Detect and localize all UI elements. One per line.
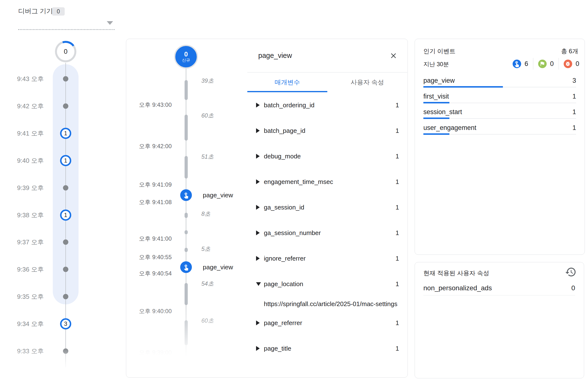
- engagement-segment: [185, 115, 188, 141]
- event-count: 3: [572, 77, 576, 84]
- flag-icon-circle: [538, 60, 547, 68]
- event-name: user_engagement: [423, 124, 476, 132]
- user-properties-title: 현재 적용된 사용자 속성: [423, 269, 489, 277]
- param-row[interactable]: batch_page_id 1: [256, 127, 399, 135]
- param-row[interactable]: batch_ordering_id 1: [256, 101, 399, 109]
- stream-timestamp: 오후 9:39:00: [126, 349, 172, 356]
- tab-user-properties[interactable]: 사용자 속성: [327, 72, 407, 92]
- user-properties-card: 현재 적용된 사용자 속성 non_personalized_ads 0: [415, 262, 584, 378]
- event-counter[interactable]: 0: [538, 60, 554, 68]
- minute-row: 9:34 오후 3: [0, 317, 124, 330]
- minute-time-label: 9:39 오후: [0, 181, 44, 194]
- param-row[interactable]: ignore_referrer 1: [256, 254, 399, 262]
- event-name: page_view: [423, 77, 455, 84]
- minute-dot: [63, 294, 68, 299]
- minute-time-label: 9:43 오후: [0, 72, 44, 85]
- engagement-segment: [185, 230, 188, 234]
- tap-icon: [513, 60, 520, 67]
- new-events-count: 0: [184, 51, 188, 58]
- top-event-row[interactable]: page_view 3: [423, 75, 576, 91]
- param-row[interactable]: ga_session_number 1: [256, 229, 399, 237]
- engagement-duration-label: 8초: [201, 210, 210, 218]
- event-bar: [423, 133, 449, 135]
- tab-parameters[interactable]: 매개변수: [247, 72, 327, 92]
- param-row[interactable]: page_referrer 1: [256, 319, 399, 327]
- minute-event-badge[interactable]: 1: [60, 209, 71, 221]
- param-count: 1: [396, 203, 399, 211]
- param-name: page_referrer: [264, 319, 396, 327]
- minute-event-badge[interactable]: 3: [60, 318, 71, 329]
- minute-row: 9:41 오후 1: [0, 127, 124, 140]
- param-name: batch_page_id: [264, 127, 396, 135]
- engagement-segment: [185, 213, 188, 218]
- counter-value: 0: [550, 60, 554, 68]
- param-row[interactable]: debug_mode 1: [256, 152, 399, 160]
- minute-time-label: 9:41 오후: [0, 127, 44, 140]
- expand-right-icon: [256, 256, 260, 261]
- param-row[interactable]: engagement_time_msec 1: [256, 178, 399, 186]
- stream-timestamp: 오후 9:41:00: [126, 235, 172, 242]
- event-bar: [423, 117, 449, 119]
- expand-right-icon: [256, 103, 260, 108]
- user-property-name: non_personalized_ads: [423, 284, 492, 292]
- stream-event-icon[interactable]: [180, 189, 192, 201]
- close-icon[interactable]: [389, 52, 398, 60]
- event-counter[interactable]: 0: [564, 60, 579, 68]
- new-events-label: 신규: [182, 58, 190, 63]
- stream-timestamp: 오후 9:40:54: [126, 270, 172, 277]
- param-value: https://springfall.cc/article/2025-01/ma…: [256, 300, 399, 308]
- device-select-dropdown[interactable]: [18, 14, 115, 30]
- stream-event-icon[interactable]: [180, 261, 192, 273]
- top-events-card: 인기 이벤트 총 6개 지난 30분 6 0 0 page_view 3 fir…: [415, 39, 585, 255]
- engagement-segment: [185, 283, 188, 305]
- stream-timestamp: 오후 9:40:55: [126, 253, 172, 261]
- param-name: engagement_time_msec: [264, 178, 396, 186]
- minutes-summary-ring: 0: [55, 41, 76, 62]
- minute-row: 9:42 오후: [0, 100, 124, 112]
- param-row[interactable]: page_title 1: [256, 344, 399, 352]
- stream-timestamp: 오후 9:41:09: [126, 181, 172, 188]
- engagement-duration-label: 39초: [201, 77, 214, 84]
- minute-row: 9:40 오후 1: [0, 154, 124, 167]
- stream-event-name[interactable]: page_view: [203, 263, 233, 271]
- minute-time-label: 9:33 오후: [0, 345, 44, 358]
- minute-dot: [63, 239, 68, 245]
- minute-time-label: 9:38 오후: [0, 209, 44, 222]
- param-name: debug_mode: [264, 152, 396, 160]
- param-count: 1: [396, 127, 399, 135]
- engagement-duration-label: 54초: [201, 280, 214, 287]
- expand-right-icon: [256, 320, 260, 325]
- engagement-duration-label: 60초: [201, 317, 214, 324]
- minute-event-badge[interactable]: 1: [60, 128, 71, 139]
- minute-dot: [63, 185, 68, 191]
- event-bar: [423, 86, 503, 88]
- new-events-badge[interactable]: 0 신규: [174, 45, 198, 69]
- user-property-row: non_personalized_ads 0: [423, 282, 575, 295]
- param-row-expanded[interactable]: page_location 1 https://springfall.cc/ar…: [256, 280, 399, 308]
- top-event-row[interactable]: user_engagement 1: [423, 123, 576, 138]
- history-icon[interactable]: [565, 266, 577, 278]
- minute-dot: [63, 348, 68, 354]
- top-event-row[interactable]: first_visit 1: [423, 91, 576, 107]
- minute-time-label: 9:35 오후: [0, 290, 44, 303]
- minute-dot: [63, 376, 68, 381]
- expand-right-icon: [256, 154, 260, 159]
- event-type-counters: 6 0 0: [513, 57, 579, 70]
- minute-row: 9:35 오후: [0, 290, 124, 303]
- param-count: 1: [396, 254, 399, 262]
- param-row[interactable]: ga_session_id 1: [256, 203, 399, 211]
- top-events-title: 인기 이벤트: [423, 47, 456, 55]
- tap-icon: [183, 192, 189, 199]
- minute-row: 9:39 오후: [0, 181, 124, 194]
- event-counter[interactable]: 6: [513, 60, 528, 68]
- engagement-segment: [185, 156, 188, 179]
- minute-row: 9:37 오후: [0, 236, 124, 248]
- engagement-duration-label: 5초: [201, 245, 210, 252]
- minute-row: 9:32 오후: [0, 372, 124, 382]
- stream-timestamp: 오후 9:43:00: [126, 101, 172, 109]
- stream-event-name[interactable]: page_view: [203, 191, 233, 199]
- counter-value: 0: [576, 60, 579, 68]
- minute-event-badge[interactable]: 1: [60, 155, 71, 166]
- top-event-row[interactable]: session_start 1: [423, 107, 576, 123]
- minute-time-label: 9:32 오후: [0, 372, 44, 382]
